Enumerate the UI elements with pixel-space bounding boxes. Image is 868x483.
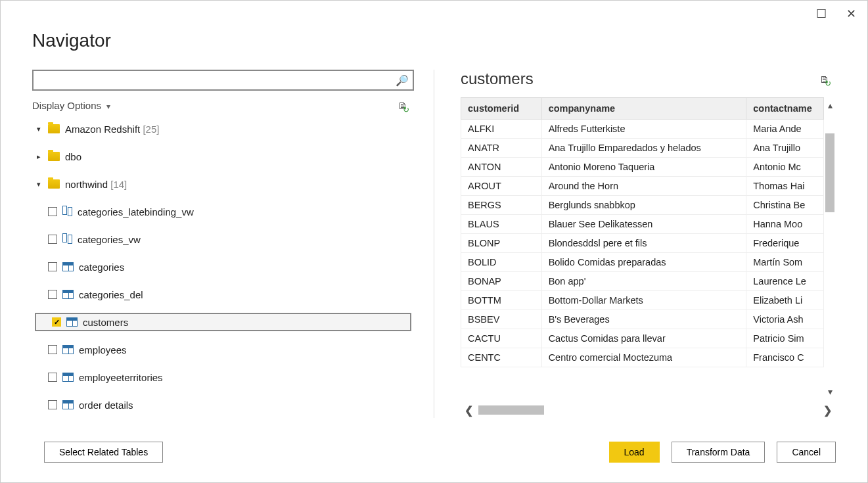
scroll-up-icon[interactable]: ▴ [828,100,833,110]
tree-item-label: employeeterritories [79,372,163,383]
select-related-tables-button[interactable]: Select Related Tables [44,442,163,463]
table-cell: AROUT [461,177,542,196]
tree-refresh-button[interactable]: 🗎↻ [398,100,414,111]
tree-item-employeeterritories[interactable]: employeeterritories [32,368,414,386]
checkbox[interactable] [48,290,57,299]
preview-refresh-button[interactable]: 🗎↻ [819,74,836,85]
table-row[interactable]: ANTONAntonio Moreno TaqueriaAntonio Mc [461,158,824,177]
preview-horizontal-scrollbar[interactable]: ❮ ❯ [461,402,836,418]
tree-item-categories_del[interactable]: categories_del [32,285,414,304]
tree-item-label: categories [79,262,124,273]
table-row[interactable]: BLAUSBlauer See DelikatessenHanna Moo [461,215,824,234]
tree-item-customers[interactable]: customers [35,313,411,331]
table-cell: Maria Ande [746,120,824,139]
table-cell: Antonio Moreno Taqueria [541,158,746,177]
table-cell: Ana Trujillo Emparedados y helados [541,139,746,158]
preview-title: customers [461,70,534,88]
table-cell: BLAUS [461,215,542,234]
scroll-thumb[interactable] [478,405,544,415]
checkbox[interactable] [48,373,57,382]
table-row[interactable]: ALFKIAlfreds FutterkisteMaria Ande [461,120,824,139]
tree-item-categories_latebinding_vw[interactable]: categories_latebinding_vw [32,202,414,221]
checkbox[interactable] [48,345,57,354]
scroll-left-icon[interactable]: ❮ [465,404,473,417]
transform-data-button[interactable]: Transform Data [672,442,765,463]
table-cell: BERGS [461,196,542,215]
table-cell: BOLID [461,253,542,272]
checkbox[interactable] [48,235,57,244]
folder-icon [48,152,60,161]
table-row[interactable]: BERGSBerglunds snabbkopChristina Be [461,196,824,215]
table-cell: Martín Som [746,253,824,272]
tree-item-label: northwind [14] [65,179,127,190]
table-cell: Antonio Mc [746,158,824,177]
tree-item-label: order details [79,400,133,411]
tree-item-label: employees [79,344,127,356]
table-cell: ALFKI [461,120,542,139]
table-icon [62,373,74,382]
load-button[interactable]: Load [609,442,660,463]
table-cell: Frederique [746,234,824,253]
column-header[interactable]: companyname [541,98,746,120]
table-cell: Bon app' [541,272,746,291]
table-row[interactable]: AROUTAround the HornThomas Hai [461,177,824,196]
cancel-button[interactable]: Cancel [777,442,836,463]
display-options-dropdown[interactable]: Display Options ▾ [32,100,110,111]
table-cell: Centro comercial Moctezuma [541,348,746,367]
table-cell: Christina Be [746,196,824,215]
table-cell: BSBEV [461,310,542,329]
search-input[interactable] [37,74,396,86]
checkbox[interactable] [48,207,57,216]
navigator-tree: ▾Amazon Redshift [25]▸dbo▾northwind [14]… [32,115,414,418]
tree-item-categories[interactable]: categories [32,258,414,276]
tree-item-employees[interactable]: employees [32,340,414,359]
scroll-down-icon[interactable]: ▾ [828,386,833,397]
table-icon [62,400,74,409]
table-cell: Bolido Comidas preparadas [541,253,746,272]
tree-item-label: categories_del [79,289,143,300]
table-cell: Francisco C [746,348,824,367]
tree-item-Amazon-Redshift[interactable]: ▾Amazon Redshift [25] [32,120,414,138]
preview-vertical-scrollbar[interactable]: ▴ ▾ [824,97,836,400]
table-row[interactable]: CENTCCentro comercial MoctezumaFrancisco… [461,348,824,367]
tree-item-categories_vw[interactable]: categories_vw [32,230,414,248]
table-cell: Victoria Ash [746,310,824,329]
table-row[interactable]: BSBEVB's BeveragesVictoria Ash [461,310,824,329]
scroll-right-icon[interactable]: ❯ [823,404,832,417]
table-cell: Thomas Hai [746,177,824,196]
tree-item-order-details[interactable]: order details [32,396,414,414]
chevron-down-icon: ▾ [106,102,110,111]
expander-icon[interactable]: ▾ [35,180,43,189]
tree-item-label: customers [83,317,128,328]
preview-table: customeridcompanynamecontactname ALFKIAl… [461,97,824,367]
table-row[interactable]: ANATRAna Trujillo Emparedados y heladosA… [461,139,824,158]
folder-icon [48,179,60,189]
table-row[interactable]: BOLIDBolido Comidas preparadasMartín Som [461,253,824,272]
table-cell: ANATR [461,139,542,158]
expander-icon[interactable]: ▸ [35,152,43,161]
checkbox[interactable] [48,400,57,409]
table-cell: CACTU [461,329,542,348]
tree-item-dbo[interactable]: ▸dbo [32,147,414,166]
table-row[interactable]: BONAPBon app'Laurence Le [461,272,824,291]
search-box[interactable]: 🔍 [32,70,414,91]
table-icon [62,290,74,299]
table-row[interactable]: BLONPBlondesddsl pere et filsFrederique [461,234,824,253]
table-cell: Berglunds snabbkop [541,196,746,215]
column-header[interactable]: customerid [461,98,542,120]
column-header[interactable]: contactname [746,98,824,120]
close-icon[interactable]: ✕ [846,7,856,21]
table-cell: Cactus Comidas para llevar [541,329,746,348]
scroll-thumb[interactable] [825,133,834,212]
table-cell: Ana Trujillo [746,139,824,158]
table-cell: Alfreds Futterkiste [541,120,746,139]
table-row[interactable]: BOTTMBottom-Dollar MarketsElizabeth Li [461,291,824,310]
tree-item-northwind[interactable]: ▾northwind [14] [32,175,414,193]
checkbox[interactable] [48,262,57,271]
table-row[interactable]: CACTUCactus Comidas para llevarPatricio … [461,329,824,348]
search-icon[interactable]: 🔍 [396,74,409,87]
checkbox[interactable] [52,317,61,327]
tree-item-label: Amazon Redshift [25] [65,124,159,135]
expander-icon[interactable]: ▾ [35,125,43,133]
maximize-icon[interactable]: ☐ [816,7,827,21]
